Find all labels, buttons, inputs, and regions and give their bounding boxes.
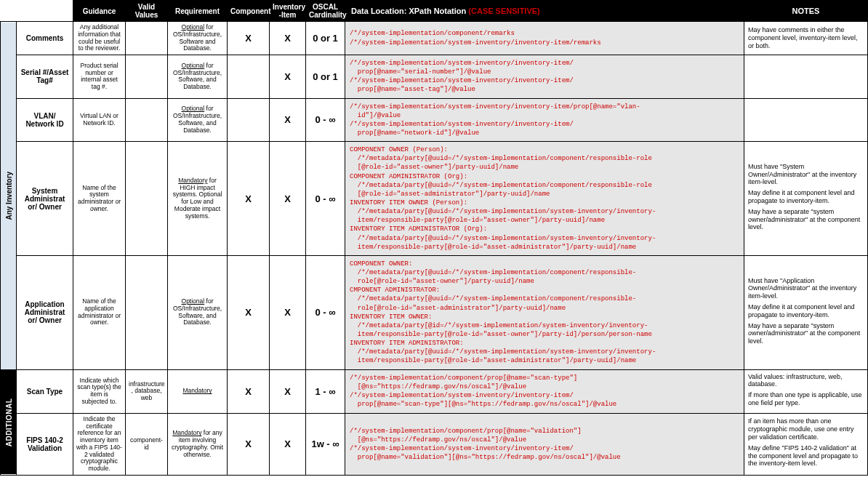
comp (228, 55, 270, 99)
xpath: /*/system-implementation/component/prop[… (345, 413, 744, 475)
comp: X (228, 142, 270, 256)
rowname-appadmin: Application Administrat or/ Owner (17, 255, 73, 369)
valid: component-id (126, 413, 168, 475)
valid (126, 255, 168, 369)
req: Mandatory for HIGH impact systems. Optio… (168, 142, 228, 256)
row-comments: Any Inventory Comments Any additional in… (1, 22, 868, 55)
valid (126, 55, 168, 99)
rowname-fips: FIPS 140-2 Validation (17, 413, 73, 475)
req: Optional for OS/Infrastructure, Software… (168, 255, 228, 369)
oscal-inventory-table: Guidance Valid Values Requirement Compon… (0, 0, 868, 476)
req: Optional for OS/Infrastructure, Software… (168, 55, 228, 99)
inv: X (270, 255, 306, 369)
notes: Must have "System Owner/Administrator" a… (744, 142, 868, 256)
rowname-scan: Scan Type (17, 369, 73, 413)
notes: Must have "Application Owner/Administrat… (744, 255, 868, 369)
notes: May have comments in either the componen… (744, 22, 868, 55)
card: 0 or 1 (306, 22, 345, 55)
rowname-comments: Comments (17, 22, 73, 55)
xpath: /*/system-implementation/system-inventor… (345, 55, 744, 99)
row-sysadmin: System Administrat or/ Owner Name of the… (1, 142, 868, 256)
row-fips: FIPS 140-2 Validation Indicate the certi… (1, 413, 868, 475)
comp: X (228, 369, 270, 413)
comp: X (228, 413, 270, 475)
row-vlan: VLAN/ Network ID Virtual LAN or Network … (1, 98, 868, 142)
rowname-serial: Serial #/Asset Tag# (17, 55, 73, 99)
card: 0 - ∞ (306, 255, 345, 369)
comp: X (228, 255, 270, 369)
rowname-sysadmin: System Administrat or/ Owner (17, 142, 73, 256)
notes (744, 55, 868, 99)
xpath: COMPONENT OWNER: /*/metadata/party[@uuid… (345, 255, 744, 369)
hdr-req: Requirement (168, 1, 228, 22)
card: 0 - ∞ (306, 142, 345, 256)
xpath: /*/system-implementation/component/prop[… (345, 369, 744, 413)
header-row: Guidance Valid Values Requirement Compon… (1, 1, 868, 22)
inv: X (270, 98, 306, 142)
comp: X (228, 22, 270, 55)
notes: If an item has more than one cryptograph… (744, 413, 868, 475)
card: 0 - ∞ (306, 98, 345, 142)
xpath: /*/system-implementation/component/remar… (345, 22, 744, 55)
card: 1w - ∞ (306, 413, 345, 475)
row-appadmin: Application Administrat or/ Owner Name o… (1, 255, 868, 369)
req: Mandatory (168, 369, 228, 413)
hdr-card: OSCAL Cardinality (306, 1, 345, 22)
guidance: Indicate which scan type(s) the item is … (73, 369, 126, 413)
guidance: Any additional information that could be… (73, 22, 126, 55)
inv: X (270, 22, 306, 55)
guidance: Name of the system administrator or owne… (73, 142, 126, 256)
row-scan: ADDITIONAL Scan Type Indicate which scan… (1, 369, 868, 413)
card: 0 or 1 (306, 55, 345, 99)
valid (126, 22, 168, 55)
hdr-inv: Inventory -Item (270, 1, 306, 22)
notes: Valid values: infrastructure, web, datab… (744, 369, 868, 413)
row-serial: Serial #/Asset Tag# Product serial numbe… (1, 55, 868, 99)
req: Optional for OS/Infrastructure, Software… (168, 22, 228, 55)
req: Mandatory for any item involving cryptog… (168, 413, 228, 475)
xpath: COMPONENT OWNER (Person): /*/metadata/pa… (345, 142, 744, 256)
hdr-guidance: Guidance (73, 1, 126, 22)
guidance: Name of the application administrator or… (73, 255, 126, 369)
hdr-notes: NOTES (744, 1, 868, 22)
guidance: Product serial number or internal asset … (73, 55, 126, 99)
req: Optional for OS/Infrastructure, Software… (168, 98, 228, 142)
hdr-valid: Valid Values (126, 1, 168, 22)
hdr-xpath: Data Location: XPath Notation (CASE SENS… (345, 1, 744, 22)
inv: X (270, 413, 306, 475)
valid: infrastructure , database, web (126, 369, 168, 413)
inv: X (270, 55, 306, 99)
guidance: Indicate the certificate reference for a… (73, 413, 126, 475)
xpath: /*/system-implementation/system-inventor… (345, 98, 744, 142)
inv: X (270, 369, 306, 413)
card: 1 - ∞ (306, 369, 345, 413)
hdr-comp: Component (228, 1, 270, 22)
inv: X (270, 142, 306, 256)
sidelabel-additional: ADDITIONAL (1, 369, 17, 475)
valid (126, 98, 168, 142)
valid (126, 142, 168, 256)
sidelabel-any-inventory: Any Inventory (1, 22, 17, 370)
notes (744, 98, 868, 142)
comp (228, 98, 270, 142)
guidance: Virtual LAN or Network ID. (73, 98, 126, 142)
rowname-vlan: VLAN/ Network ID (17, 98, 73, 142)
